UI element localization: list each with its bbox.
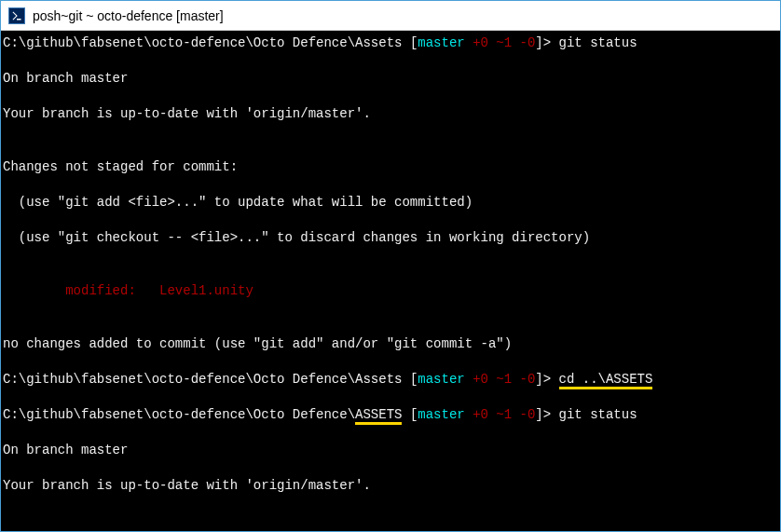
svg-rect-0 <box>17 19 21 20</box>
window-frame: posh~git ~ octo-defence [master] C:\gith… <box>0 0 781 532</box>
git-status-indicator: +0 ~1 -0 <box>473 407 535 422</box>
prompt-path: C:\github\fabsenet\octo-defence\Octo Def… <box>3 372 402 387</box>
output-line: Your branch is up-to-date with 'origin/m… <box>3 477 778 495</box>
prompt-path-assets-highlighted: ASSETS <box>355 407 402 425</box>
output-line: On branch master <box>3 70 778 88</box>
command-text: git status <box>559 35 637 50</box>
title-bar[interactable]: posh~git ~ octo-defence [master] <box>1 1 780 31</box>
branch-name: master <box>418 372 464 387</box>
branch-name: master <box>418 35 464 50</box>
output-line: Your branch is up-to-date with 'origin/m… <box>3 105 778 123</box>
output-line: no changes added to commit (use "git add… <box>3 335 778 353</box>
output-line: Changes not staged for commit: <box>3 530 778 531</box>
output-line: On branch master <box>3 442 778 459</box>
git-status-indicator: +0 ~1 -0 <box>473 35 535 50</box>
window-title: posh~git ~ octo-defence [master] <box>33 8 224 23</box>
command-text-highlighted: cd ..\ASSETS <box>559 372 653 389</box>
branch-name: master <box>418 407 464 422</box>
prompt-path-prefix: C:\github\fabsenet\octo-defence\Octo Def… <box>3 407 355 422</box>
modified-file: modified: Level1.unity <box>3 282 778 300</box>
output-line: Changes not staged for commit: <box>3 158 778 176</box>
git-status-indicator: +0 ~1 -0 <box>473 372 535 387</box>
output-line: (use "git checkout -- <file>..." to disc… <box>3 229 778 247</box>
output-line: (use "git add <file>..." to update what … <box>3 194 778 211</box>
prompt-path: C:\github\fabsenet\octo-defence\Octo Def… <box>3 35 402 50</box>
powershell-icon <box>8 7 25 24</box>
terminal-output[interactable]: C:\github\fabsenet\octo-defence\Octo Def… <box>1 31 780 531</box>
command-text: git status <box>559 407 637 422</box>
